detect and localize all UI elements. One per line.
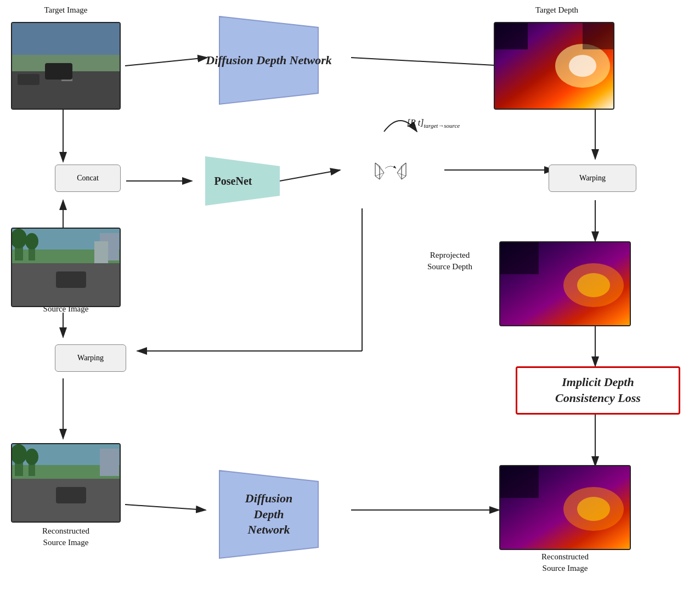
svg-rect-69 — [100, 449, 119, 476]
concat-box: Concat — [55, 165, 121, 192]
svg-rect-51 — [500, 241, 539, 274]
posenet-label: PoseNet — [214, 175, 252, 188]
target-depth-label: Target Depth — [494, 5, 620, 15]
reprojected-source-depth-image — [499, 241, 631, 326]
warping1-box: Warping — [549, 165, 636, 192]
pose-annotation: [R t]target→source — [362, 118, 505, 129]
reconstructed-source-label-right: ReconstructedSource Image — [494, 551, 636, 574]
implicit-loss-label: Implicit DepthConsistency Loss — [555, 375, 641, 406]
svg-line-42 — [402, 176, 406, 179]
svg-line-33 — [375, 176, 380, 179]
implicit-loss-box: Implicit DepthConsistency Loss — [516, 366, 680, 415]
svg-point-68 — [25, 449, 38, 465]
ddn1-node: Diffusion Depth Network — [203, 11, 335, 110]
reconstructed-source-image-left — [11, 443, 121, 523]
target-depth-image — [494, 22, 614, 110]
svg-point-27 — [569, 55, 596, 77]
ddn1-label: Diffusion Depth Network — [206, 53, 331, 69]
svg-point-50 — [577, 273, 610, 297]
ddn2-label: DiffusionDepthNetwork — [245, 491, 292, 538]
target-image-label: Target Image — [11, 5, 121, 15]
svg-rect-60 — [94, 241, 108, 263]
svg-line-1 — [125, 58, 207, 66]
reconstructed-source-depth-image — [499, 465, 631, 550]
svg-point-58 — [25, 233, 38, 250]
reconstructed-source-label-left: ReconstructedSource Image — [11, 525, 121, 548]
diagram: Target Image Diffusion Depth Network Tar… — [0, 0, 700, 595]
warping2-box: Warping — [55, 344, 126, 372]
svg-rect-22 — [45, 63, 72, 80]
svg-rect-23 — [18, 74, 39, 85]
svg-line-16 — [125, 505, 206, 510]
svg-line-37 — [380, 166, 384, 173]
pose-annotation-text: [R t]target→source — [407, 118, 460, 129]
svg-line-2 — [351, 58, 505, 66]
svg-rect-75 — [500, 465, 539, 498]
svg-rect-61 — [56, 271, 86, 288]
svg-rect-70 — [56, 487, 86, 503]
svg-rect-28 — [495, 22, 528, 49]
camera-frustums — [340, 145, 450, 200]
svg-line-46 — [397, 166, 402, 173]
posenet-node: PoseNet — [187, 156, 280, 206]
ddn2-node: DiffusionDepthNetwork — [203, 465, 335, 564]
svg-point-74 — [577, 497, 610, 521]
svg-line-6 — [280, 170, 340, 181]
source-image — [11, 228, 121, 307]
reprojected-source-depth-label: ReprojectedSource Depth — [395, 250, 505, 273]
target-image — [11, 22, 121, 110]
svg-rect-29 — [583, 22, 613, 49]
